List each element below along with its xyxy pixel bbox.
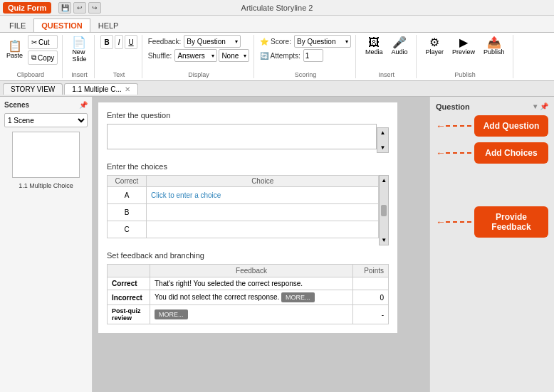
slide-tab-label: 1.1 Multiple C... (72, 85, 121, 93)
main-layout: Scenes 📌 1 Scene 1.1 Multiple Choice Ent… (0, 97, 554, 392)
tab-file[interactable]: FILE (1, 18, 33, 32)
clipboard-label: Clipboard (3, 70, 58, 78)
insert-label: Insert (68, 70, 90, 78)
shuffle-row: Shuffle: Answers None (148, 49, 250, 62)
tab-help[interactable]: HELP (90, 18, 127, 32)
choice-a-correct: A (108, 187, 147, 204)
player-button[interactable]: ⚙ Player (422, 35, 448, 58)
tab-close-icon[interactable]: ✕ (125, 85, 130, 93)
ribbon-insert-row: 📄 NewSlide (68, 35, 90, 65)
paste-button[interactable]: 📋 Paste (3, 38, 26, 61)
audio-button[interactable]: 🎤 Audio (387, 35, 411, 58)
question-arrow: ← (436, 120, 471, 132)
points-col-header: Points (353, 265, 389, 277)
ribbon-group-clipboard: 📋 Paste ✂ Cut ⧉ Copy Clipboard (3, 35, 63, 78)
redo-button[interactable]: ↪ (88, 2, 101, 14)
correct-col-header: Correct (108, 176, 147, 187)
choice-a-input[interactable]: Click to enter a choice (147, 187, 379, 204)
shuffle-dropdown[interactable]: Answers (174, 49, 217, 62)
add-question-annotation: ← Add Question (436, 115, 548, 137)
ribbon-clipboard-row: 📋 Paste ✂ Cut ⧉ Copy (3, 35, 58, 65)
none-dropdown[interactable]: None (219, 49, 249, 62)
pin-icon[interactable]: 📌 (79, 101, 88, 109)
undo-button[interactable]: ↩ (73, 2, 86, 14)
new-slide-button[interactable]: 📄 NewSlide (68, 35, 90, 65)
panel-controls: ▾ 📌 (533, 102, 548, 111)
add-choices-button[interactable]: Add Choices (474, 142, 548, 164)
scroll-up-arrow: ▲ (380, 129, 385, 136)
choice-a-placeholder: Click to enter a choice (151, 191, 221, 199)
attempts-input[interactable] (303, 49, 323, 62)
ribbon-group-scoring: ⭐ Score: By Question 🔄 Attempts: Scoring (260, 35, 356, 78)
panel-title-row: Question ▾ 📌 (436, 102, 548, 111)
paste-icon: 📋 (8, 41, 22, 52)
choice-col-header: Choice (147, 176, 379, 187)
feedback-dropdown[interactable]: By Question (184, 35, 241, 48)
publish-button[interactable]: 📤 Publish (480, 35, 508, 58)
feedback-section-title: Set feedback and branching (107, 251, 389, 260)
add-question-button[interactable]: Add Question (474, 115, 548, 137)
feedback-label: Feedback: (148, 38, 182, 46)
media-button[interactable]: 🖼 Media (362, 35, 387, 58)
ribbon-group-display: Feedback: By Question Shuffle: Answers N… (148, 35, 255, 78)
choice-c-input[interactable] (147, 221, 379, 238)
shuffle-label: Shuffle: (148, 52, 172, 60)
preview-button[interactable]: ▶ Preview (449, 35, 479, 58)
slide-thumbnail[interactable] (12, 132, 80, 178)
provide-feedback-button[interactable]: Provide Feedback (474, 206, 548, 238)
publish-label: Publish (422, 70, 508, 78)
score-dropdown[interactable]: By Question (294, 35, 351, 48)
choice-b-input[interactable] (147, 204, 379, 221)
ribbon-group-insert: 📄 NewSlide Insert (68, 35, 95, 78)
text-label: Text (100, 70, 137, 78)
italic-button[interactable]: I (115, 35, 124, 49)
correct-feedback-text: That's right! You selected the correct r… (150, 277, 353, 290)
text-format-row: B I U (100, 35, 137, 49)
table-row: Correct That's right! You selected the c… (108, 277, 389, 290)
incorrect-points: 0 (353, 290, 389, 305)
incorrect-more-button[interactable]: MORE... (281, 292, 315, 302)
panel-pin-icon[interactable]: 📌 (540, 102, 548, 111)
feedback-section: Set feedback and branching Feedback Poin… (107, 251, 389, 324)
quiz-form-button[interactable]: Quiz Form (3, 2, 51, 14)
add-choices-annotation: ← Add Choices (436, 142, 548, 164)
tab-question[interactable]: QUESTION (33, 18, 90, 32)
app-title: Articulate Storyline 2 (241, 4, 313, 12)
display-label: Display (148, 70, 250, 78)
choices-scroll-up: ▲ (381, 177, 387, 184)
quick-access-toolbar: 💾 ↩ ↪ (58, 2, 101, 14)
choices-dashed-line (446, 152, 471, 154)
score-row: ⭐ Score: By Question (260, 35, 351, 48)
attempts-row: 🔄 Attempts: (260, 49, 323, 62)
copy-button[interactable]: ⧉ Copy (28, 51, 58, 65)
ribbon: 📋 Paste ✂ Cut ⧉ Copy Clipboard 📄 NewSlid… (0, 33, 554, 81)
correct-label: Correct (108, 277, 150, 290)
panel-triangle-icon[interactable]: ▾ (533, 102, 537, 111)
question-scrollbar: ▲ ▼ (377, 127, 389, 153)
title-bar-left: Quiz Form 💾 ↩ ↪ (3, 2, 101, 14)
table-row: Post-quizreview MORE... - (108, 305, 389, 324)
attempts-label: 🔄 Attempts: (260, 52, 300, 60)
question-input[interactable] (107, 124, 377, 149)
choices-area: Correct Choice A Click to enter a choice… (107, 175, 389, 245)
correct-points (353, 277, 389, 290)
tab-story-view[interactable]: STORY VIEW (3, 83, 63, 95)
question-section-title: Enter the question (107, 111, 389, 120)
postquiz-more-button[interactable]: MORE... (155, 309, 188, 319)
bold-button[interactable]: B (100, 35, 113, 49)
scene-select[interactable]: 1 Scene (4, 113, 88, 127)
dashed-line (446, 125, 471, 127)
choices-table: Correct Choice A Click to enter a choice… (107, 175, 379, 238)
underline-button[interactable]: U (125, 35, 137, 49)
sidebar: Scenes 📌 1 Scene 1.1 Multiple Choice (0, 97, 93, 392)
feedback-table: Feedback Points Correct That's right! Yo… (107, 264, 389, 324)
title-bar: Quiz Form 💾 ↩ ↪ Articulate Storyline 2 (0, 0, 554, 16)
ribbon-group-media: 🖼 Media 🎤 Audio Insert (362, 35, 417, 78)
ribbon-group-publish: ⚙ Player ▶ Preview 📤 Publish Publish (422, 35, 513, 78)
question-form: Enter the question ▲ ▼ Enter the choices… (98, 102, 397, 333)
cut-button[interactable]: ✂ Cut (28, 35, 58, 49)
feedback-row: Feedback: By Question (148, 35, 241, 48)
arrow-head-icon: ← (436, 120, 446, 132)
tab-multiple-choice[interactable]: 1.1 Multiple C... ✕ (64, 83, 137, 95)
save-button[interactable]: 💾 (58, 2, 71, 14)
